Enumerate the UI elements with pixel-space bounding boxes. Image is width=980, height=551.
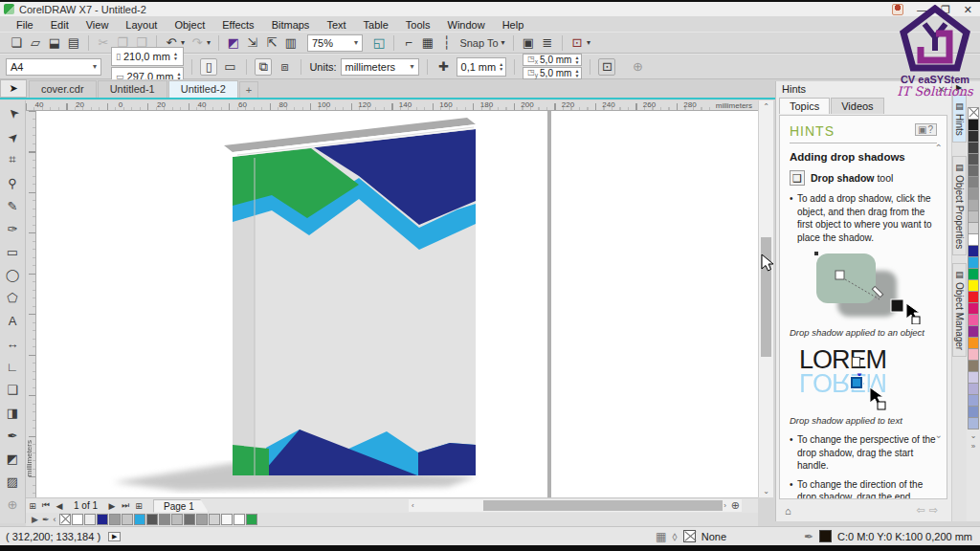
transparency-tool[interactable]: ◨ bbox=[2, 401, 24, 424]
palette-swatch[interactable] bbox=[246, 514, 257, 525]
menu-item[interactable]: View bbox=[78, 19, 118, 31]
next-page-button[interactable]: ▶ bbox=[105, 501, 119, 511]
palette-expand[interactable]: » bbox=[971, 442, 975, 451]
redo-dropdown[interactable]: ▾ bbox=[205, 34, 212, 52]
snap-to-button[interactable]: Snap To ▾ bbox=[457, 34, 507, 52]
first-page-button[interactable]: ⏮ bbox=[39, 500, 53, 511]
show-guidelines-button[interactable]: ┆ bbox=[438, 34, 456, 52]
horizontal-ruler[interactable]: millimeters 4020020406080100120140160180… bbox=[26, 100, 758, 111]
palette-swatch[interactable] bbox=[134, 514, 145, 525]
import-button[interactable]: ⇲ bbox=[244, 34, 261, 52]
search-content-button[interactable]: ◩ bbox=[225, 34, 242, 52]
app-launcher-button[interactable]: ⊡ bbox=[568, 34, 586, 52]
drop-shadow-tool-row[interactable]: ❑ Drop shadow tool bbox=[790, 170, 937, 186]
palette-flyout-arrow[interactable]: ▶ bbox=[32, 515, 38, 524]
menu-item[interactable]: Window bbox=[439, 19, 494, 31]
status-flyout-button[interactable]: ▶ bbox=[108, 532, 121, 541]
add-page-start-button[interactable]: ⊞ bbox=[26, 501, 39, 511]
hints-scroll-up-icon[interactable]: ⌃ bbox=[935, 143, 943, 153]
scroll-up-arrow[interactable]: ⌃ bbox=[759, 102, 773, 111]
fullscreen-preview-button[interactable]: ◱ bbox=[370, 34, 388, 52]
menu-item[interactable]: Table bbox=[355, 19, 397, 31]
treat-as-filled-button[interactable]: ⊡ bbox=[598, 58, 615, 76]
menu-item[interactable]: Edit bbox=[42, 19, 78, 31]
menu-item[interactable]: Text bbox=[318, 19, 354, 31]
menu-item[interactable]: Help bbox=[494, 19, 533, 31]
show-rulers-button[interactable]: ⌐ bbox=[400, 34, 417, 52]
nudge-field[interactable]: 0,1 mm▲▼ bbox=[457, 57, 507, 77]
tab-untitled-1[interactable]: Untitled-1 bbox=[98, 80, 167, 98]
menu-item[interactable]: Bitmaps bbox=[263, 19, 319, 31]
launcher-dropdown[interactable]: ▾ bbox=[585, 34, 592, 52]
menu-item[interactable]: Effects bbox=[213, 19, 262, 31]
docker-tab-hints[interactable]: ▤Hints bbox=[952, 95, 967, 143]
user-account-icon[interactable] bbox=[892, 4, 903, 15]
text-tool[interactable]: A bbox=[2, 309, 24, 332]
palette-swatch[interactable] bbox=[84, 514, 96, 525]
tab-untitled-2[interactable]: Untitled-2 bbox=[168, 80, 238, 98]
docker-collapse-arrow[interactable]: ▶ bbox=[956, 83, 962, 92]
new-tab-button[interactable]: + bbox=[239, 81, 258, 98]
tab-videos[interactable]: Videos bbox=[831, 98, 883, 114]
zoom-tool[interactable]: ⚲ bbox=[2, 171, 24, 194]
zoom-corner-icon[interactable]: ⊕ bbox=[731, 499, 740, 512]
menu-item[interactable]: Object bbox=[166, 19, 213, 31]
palette-eyedropper-icon[interactable]: ✒ bbox=[42, 515, 50, 524]
tab-cover-cdr[interactable]: cover.cdr bbox=[29, 80, 97, 98]
docker-pin-icon[interactable]: » bbox=[924, 84, 930, 95]
color-swatch[interactable] bbox=[968, 107, 979, 120]
artistic-media-tool[interactable]: ✑ bbox=[2, 217, 24, 240]
palette-swatch[interactable] bbox=[159, 514, 170, 525]
show-grid-button[interactable]: ▦ bbox=[419, 34, 436, 52]
drop-shadow-tool[interactable]: ❑ bbox=[2, 378, 24, 401]
menu-item[interactable]: Tools bbox=[397, 19, 439, 31]
palette-swatch[interactable] bbox=[184, 514, 195, 525]
duplicate-y-field[interactable]: ◳y5,0 mm▲▼ bbox=[523, 67, 582, 79]
docker-tab-object-manager[interactable]: ▤Object Manager bbox=[952, 263, 967, 357]
polygon-tool[interactable]: ⬠ bbox=[2, 286, 24, 309]
prev-page-button[interactable]: ◀ bbox=[53, 501, 66, 511]
save-button[interactable]: ⬓ bbox=[46, 34, 63, 52]
minimize-button[interactable]: — bbox=[917, 4, 927, 15]
add-tools-button[interactable]: ⊕ bbox=[2, 493, 24, 516]
ellipse-tool[interactable]: ◯ bbox=[2, 263, 24, 286]
horizontal-scroll-thumb[interactable] bbox=[483, 500, 723, 511]
palette-swatch[interactable] bbox=[122, 514, 133, 525]
export-button[interactable]: ⇱ bbox=[263, 34, 280, 52]
current-page-button[interactable]: ⧈ bbox=[276, 58, 293, 76]
help-icon[interactable]: ▣? bbox=[915, 123, 937, 136]
back-icon[interactable]: ⇦ bbox=[917, 504, 929, 516]
palette-swatch[interactable] bbox=[97, 514, 108, 525]
palette-swatch[interactable] bbox=[209, 514, 220, 525]
new-document-button[interactable]: ❏ bbox=[8, 34, 25, 52]
palette-scroll-left[interactable]: ‹ bbox=[53, 515, 56, 524]
docker-tab-object-properties[interactable]: ▤Object Properties bbox=[952, 156, 967, 255]
last-page-button[interactable]: ⏭ bbox=[119, 500, 132, 511]
open-button[interactable]: ▱ bbox=[27, 34, 44, 52]
palette-swatch[interactable] bbox=[171, 514, 183, 525]
zoom-level-select[interactable]: 75%▾ bbox=[307, 34, 363, 52]
close-button[interactable]: ✕ bbox=[964, 4, 972, 16]
home-icon[interactable]: ⌂ bbox=[785, 505, 791, 517]
tab-topics[interactable]: Topics bbox=[779, 98, 830, 114]
publish-pdf-button[interactable]: ▥ bbox=[282, 34, 300, 52]
palette-swatch[interactable] bbox=[59, 514, 71, 525]
menu-item[interactable]: Layout bbox=[117, 19, 166, 31]
palette-swatch[interactable] bbox=[146, 514, 158, 525]
forward-icon[interactable]: ⇨ bbox=[929, 504, 942, 516]
add-property-button[interactable]: ⊕ bbox=[629, 58, 646, 76]
restore-button[interactable]: ❐ bbox=[941, 4, 950, 16]
add-page-end-button[interactable]: ⊞ bbox=[132, 501, 145, 511]
landscape-button[interactable]: ▭ bbox=[221, 58, 238, 76]
cut-button[interactable]: ✂ bbox=[95, 34, 112, 52]
page-tab[interactable]: Page 1 bbox=[153, 499, 209, 513]
smart-fill-tool[interactable]: ▨ bbox=[2, 470, 24, 493]
page-size-select[interactable]: A4▾ bbox=[6, 58, 101, 76]
eyedropper-tool[interactable]: ✒ bbox=[2, 424, 24, 447]
menu-item[interactable]: File bbox=[8, 19, 42, 31]
page-width-field[interactable]: ▯210,0 mm▲▼ bbox=[111, 47, 184, 66]
palette-swatch[interactable] bbox=[221, 514, 233, 525]
freehand-tool[interactable]: ✎ bbox=[2, 194, 24, 217]
scroll-right-arrow[interactable]: › bbox=[724, 501, 726, 510]
palette-swatch[interactable] bbox=[109, 514, 121, 525]
